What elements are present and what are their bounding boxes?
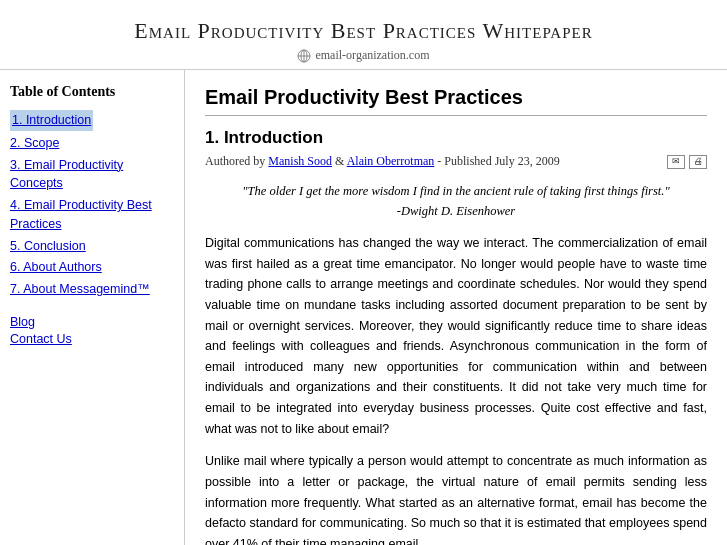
sidebar: Table of Contents 1. Introduction 2. Sco… xyxy=(0,70,185,545)
sidebar-extra-links: Blog Contact Us xyxy=(10,315,174,346)
authored-by-label: Authored by xyxy=(205,154,265,168)
toc-item-5[interactable]: 5. Conclusion xyxy=(10,237,174,256)
layout: Table of Contents 1. Introduction 2. Sco… xyxy=(0,70,727,545)
author2-link[interactable]: Alain Oberrotman xyxy=(347,154,435,168)
quote-attribution: -Dwight D. Eisenhower xyxy=(235,201,677,221)
site-url-text: email-organization.com xyxy=(315,48,429,63)
toc-item-7[interactable]: 7. About Messagemind™ xyxy=(10,280,174,299)
globe-icon xyxy=(297,49,311,63)
quote-block: "The older I get the more wisdom I find … xyxy=(235,181,677,221)
paragraph-1: Digital communications has changed the w… xyxy=(205,233,707,439)
print-icon[interactable]: 🖨 xyxy=(689,155,707,169)
sidebar-contact-link[interactable]: Contact Us xyxy=(10,332,174,346)
paragraph-2: Unlike mail where typically a person wou… xyxy=(205,451,707,545)
toc-heading: Table of Contents xyxy=(10,84,174,100)
list-item: 3. Email Productivity Concepts xyxy=(10,156,174,194)
meta-line: Authored by Manish Sood & Alain Oberrotm… xyxy=(205,154,707,169)
and-separator: & xyxy=(335,154,347,168)
email-icon[interactable]: ✉ xyxy=(667,155,685,169)
page-title: Email Productivity Best Practices Whitep… xyxy=(10,18,717,44)
toc-item-6[interactable]: 6. About Authors xyxy=(10,258,174,277)
list-item: 1. Introduction xyxy=(10,110,174,131)
quote-text: "The older I get the more wisdom I find … xyxy=(235,181,677,201)
list-item: 2. Scope xyxy=(10,134,174,153)
section-heading: 1. Introduction xyxy=(205,128,707,148)
article-title: Email Productivity Best Practices xyxy=(205,86,707,116)
sidebar-blog-link[interactable]: Blog xyxy=(10,315,174,329)
toc-item-3[interactable]: 3. Email Productivity Concepts xyxy=(10,156,174,194)
site-url-line: email-organization.com xyxy=(10,48,717,63)
author1-link[interactable]: Manish Sood xyxy=(268,154,332,168)
toc-item-4[interactable]: 4. Email Productivity Best Practices xyxy=(10,196,174,234)
list-item: 4. Email Productivity Best Practices xyxy=(10,196,174,234)
list-item: 7. About Messagemind™ xyxy=(10,280,174,299)
meta-icons: ✉ 🖨 xyxy=(667,155,707,169)
meta-authors: Authored by Manish Sood & Alain Oberrotm… xyxy=(205,154,560,169)
main-content: Email Productivity Best Practices 1. Int… xyxy=(185,70,727,545)
published-date: - Published July 23, 2009 xyxy=(437,154,559,168)
toc-list: 1. Introduction 2. Scope 3. Email Produc… xyxy=(10,110,174,299)
list-item: 5. Conclusion xyxy=(10,237,174,256)
toc-item-2[interactable]: 2. Scope xyxy=(10,134,174,153)
list-item: 6. About Authors xyxy=(10,258,174,277)
page-header: Email Productivity Best Practices Whitep… xyxy=(0,0,727,70)
toc-item-1[interactable]: 1. Introduction xyxy=(10,110,93,131)
